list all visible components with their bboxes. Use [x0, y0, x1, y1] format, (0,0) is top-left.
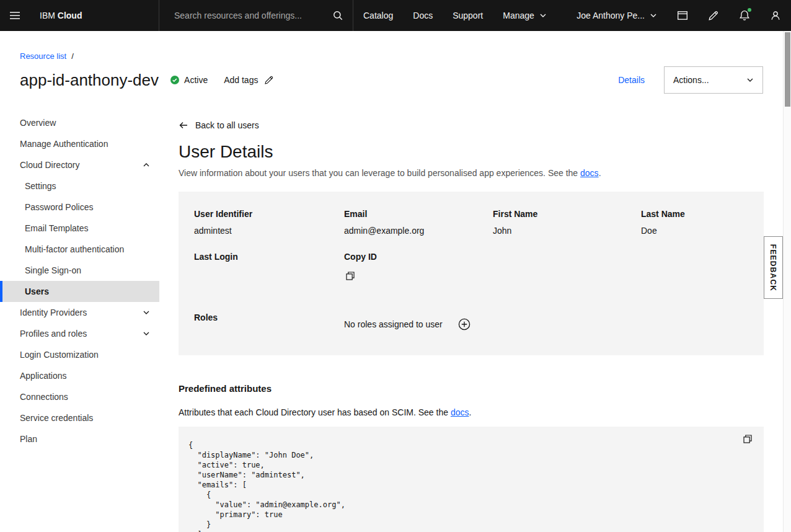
field-copy-id: Copy ID: [344, 252, 493, 283]
nav-manage-menu[interactable]: Manage: [493, 0, 557, 31]
add-tags-button[interactable]: Add tags: [224, 75, 274, 85]
notifications-button[interactable]: [729, 0, 760, 31]
sidebar-item-users[interactable]: Users: [0, 281, 159, 302]
header-search-area: [159, 0, 353, 31]
brand-bold: Cloud: [58, 11, 82, 20]
predefined-attributes-description: Attributes that each Cloud Directory use…: [179, 407, 764, 417]
resource-page-header: Resource list / app-id-anthony-dev Activ…: [0, 31, 791, 94]
sidebar-item-manage-authentication[interactable]: Manage Authentication: [0, 133, 159, 154]
window-button[interactable]: [667, 0, 698, 31]
feedback-label: FEEDBACK: [769, 244, 778, 291]
docs-link[interactable]: docs: [451, 407, 469, 417]
back-to-all-users-link[interactable]: Back to all users: [179, 120, 259, 130]
sidebar-item-profiles-and-roles[interactable]: Profiles and roles: [0, 323, 159, 344]
sidebar-item-email-templates[interactable]: Email Templates: [0, 218, 159, 239]
sidebar-item-multi-factor-authentication[interactable]: Multi-factor authentication: [0, 239, 159, 260]
field-last-login: Last Login: [194, 252, 344, 283]
user-details-title: User Details: [179, 142, 764, 162]
chevron-down-icon: [143, 330, 150, 337]
page-title: app-id-anthony-dev: [20, 71, 159, 90]
user-avatar-icon: [770, 10, 781, 21]
title-row: app-id-anthony-dev Active Add tags Detai…: [20, 66, 763, 94]
email-value: admin@example.org: [344, 226, 493, 236]
chevron-down-icon: [143, 309, 150, 316]
window-icon: [677, 10, 688, 21]
user-account-menu[interactable]: Joe Anthony Pe...: [567, 0, 667, 31]
sidebar-item-plan[interactable]: Plan: [0, 428, 159, 450]
json-code: { "displayName": "John Doe", "active": t…: [179, 427, 764, 532]
hamburger-icon: [9, 9, 21, 22]
copy-code-button[interactable]: [743, 434, 753, 446]
search-input[interactable]: [159, 0, 323, 31]
predefined-attributes-title: Predefined attributes: [179, 383, 764, 394]
breadcrumb-separator: /: [71, 51, 74, 61]
hamburger-menu-button[interactable]: [0, 0, 30, 31]
nav-support[interactable]: Support: [443, 0, 493, 31]
scim-attributes-code-block: { "displayName": "John Doe", "active": t…: [179, 427, 764, 532]
sidebar-item-single-sign-on[interactable]: Single Sign-on: [0, 260, 159, 281]
field-last-name: Last Name Doe: [641, 209, 749, 236]
roles-empty-text: No roles assigned to user: [344, 319, 443, 329]
user-meta-row: Last Login Copy ID: [194, 252, 749, 283]
brand-prefix: IBM: [40, 11, 55, 20]
sidebar-item-overview[interactable]: Overview: [0, 112, 159, 133]
chevron-down-icon: [650, 13, 657, 18]
add-tags-label: Add tags: [224, 75, 258, 85]
header-icon-buttons: [667, 0, 791, 31]
chevron-up-icon: [143, 162, 150, 168]
breadcrumb-resource-list[interactable]: Resource list: [20, 51, 66, 61]
sidebar-item-login-customization[interactable]: Login Customization: [0, 344, 159, 365]
roles-label: Roles: [194, 313, 344, 331]
status-badge: Active: [170, 75, 208, 85]
chevron-down-icon: [539, 13, 547, 18]
last-name-value: Doe: [641, 226, 749, 236]
feedback-tab[interactable]: FEEDBACK: [764, 236, 783, 299]
actions-label: Actions...: [673, 75, 709, 85]
breadcrumb: Resource list /: [20, 51, 763, 61]
page-scrollbar: [783, 31, 791, 532]
main-content: Back to all users User Details View info…: [159, 94, 791, 532]
edit-button[interactable]: [698, 0, 729, 31]
sidebar-item-cloud-directory[interactable]: Cloud Directory: [0, 154, 159, 175]
docs-link[interactable]: docs: [580, 168, 599, 178]
top-header: IBM Cloud Catalog Docs Support Manage Jo…: [0, 0, 791, 31]
chevron-down-icon: [746, 78, 754, 82]
roles-row: Roles No roles assigned to user: [194, 313, 749, 331]
header-nav: Catalog Docs Support Manage: [353, 0, 557, 31]
actions-dropdown[interactable]: Actions...: [664, 66, 763, 94]
sidebar-item-connections[interactable]: Connections: [0, 386, 159, 407]
user-details-description: View information about your users that y…: [179, 168, 764, 178]
field-email: Email admin@example.org: [344, 209, 493, 236]
sidebar-item-password-polices[interactable]: Password Polices: [0, 197, 159, 218]
sidebar-nav: Overview Manage Authentication Cloud Dir…: [0, 94, 159, 532]
page-container: Resource list / app-id-anthony-dev Activ…: [0, 31, 791, 532]
search-button[interactable]: [323, 0, 353, 31]
user-identifier-value: admintest: [194, 226, 344, 236]
arrow-left-icon: [179, 120, 188, 130]
copy-icon: [743, 434, 753, 444]
scrollbar-thumb[interactable]: [785, 32, 790, 107]
nav-catalog[interactable]: Catalog: [353, 0, 403, 31]
sidebar-item-identity-providers[interactable]: Identity Providers: [0, 302, 159, 323]
add-role-button[interactable]: [457, 317, 471, 331]
user-details-card: User Identifier admintest Email admin@ex…: [179, 192, 764, 355]
copy-icon: [345, 271, 355, 281]
user-name-label: Joe Anthony Pe...: [577, 11, 645, 20]
details-link[interactable]: Details: [618, 75, 645, 85]
sidebar-item-service-credentials[interactable]: Service credentials: [0, 407, 159, 428]
first-name-value: John: [493, 226, 641, 236]
field-user-identifier: User Identifier admintest: [194, 209, 344, 236]
status-label: Active: [184, 75, 208, 85]
sidebar-item-settings[interactable]: Settings: [0, 175, 159, 197]
avatar-button[interactable]: [760, 0, 791, 31]
pencil-icon: [708, 10, 719, 21]
nav-docs[interactable]: Docs: [403, 0, 443, 31]
sidebar-item-applications[interactable]: Applications: [0, 365, 159, 386]
title-right-actions: Details Actions...: [618, 66, 763, 94]
ibm-cloud-logo[interactable]: IBM Cloud: [30, 11, 159, 20]
search-icon: [332, 10, 343, 21]
manage-label: Manage: [503, 11, 534, 20]
page-body: Overview Manage Authentication Cloud Dir…: [0, 94, 791, 532]
notification-dot: [748, 8, 751, 12]
copy-id-button[interactable]: [344, 270, 356, 283]
